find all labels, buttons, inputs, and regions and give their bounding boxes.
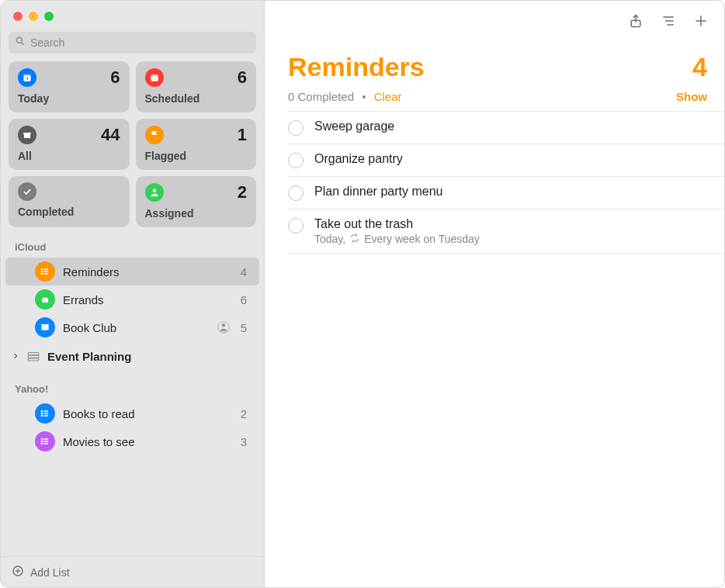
sidebar-list-bookclub[interactable]: Book Club 5 xyxy=(5,313,259,341)
reminder-item[interactable]: Take out the trash Today, Every week on … xyxy=(288,209,724,254)
close-window-button[interactable] xyxy=(13,12,23,21)
svg-point-26 xyxy=(41,415,42,416)
today-icon: 4 xyxy=(18,68,36,87)
list-name: Movies to see xyxy=(63,435,233,448)
smart-label: All xyxy=(18,150,120,162)
list-count: 6 xyxy=(241,293,247,306)
svg-point-0 xyxy=(16,37,22,43)
smart-count: 2 xyxy=(238,182,247,202)
add-list-label: Add List xyxy=(30,566,70,579)
complete-toggle[interactable] xyxy=(288,185,304,201)
shared-icon xyxy=(217,321,230,334)
list-name: Book Club xyxy=(63,321,210,334)
svg-point-30 xyxy=(41,439,42,440)
list-count: 4 xyxy=(241,265,247,278)
add-list-button[interactable]: Add List xyxy=(1,556,264,587)
list-name: Books to read xyxy=(63,407,233,420)
account-header: Yahoo! xyxy=(1,369,264,399)
svg-point-16 xyxy=(221,323,225,327)
list-count-large: 4 xyxy=(692,52,707,82)
sidebar-list-errands[interactable]: Errands 6 xyxy=(5,285,259,313)
search-field[interactable] xyxy=(9,32,256,54)
toolbar xyxy=(265,1,724,41)
smart-list-all[interactable]: 44 All xyxy=(9,119,130,170)
svg-rect-6 xyxy=(151,74,158,76)
main-pane: Reminders 4 0 Completed • Clear Show Swe… xyxy=(265,1,724,587)
sidebar-folder[interactable]: Event Planning xyxy=(5,343,259,369)
sidebar-list-reminders[interactable]: Reminders 4 xyxy=(5,258,259,285)
account-header: iCloud xyxy=(1,227,264,258)
list-icon xyxy=(35,289,55,310)
share-button[interactable] xyxy=(628,13,643,29)
plus-circle-icon xyxy=(12,565,24,579)
completed-status: 0 Completed • Clear xyxy=(288,90,402,103)
svg-point-32 xyxy=(41,443,42,444)
show-completed-button[interactable]: Show xyxy=(676,90,707,103)
smart-count: 44 xyxy=(101,125,120,145)
reminder-title: Take out the trash xyxy=(314,217,480,231)
smart-label: Completed xyxy=(18,206,120,218)
search-input[interactable] xyxy=(30,36,250,49)
list-icon xyxy=(35,403,55,424)
list-count: 3 xyxy=(241,435,247,448)
smart-count: 1 xyxy=(238,125,247,145)
svg-rect-19 xyxy=(28,355,39,358)
smart-list-grid: 4 6 Today 6 Scheduled 44 All 1 Flagged C… xyxy=(1,61,264,227)
folder-icon xyxy=(26,349,41,363)
page-title: Reminders xyxy=(288,52,425,82)
smart-list-scheduled[interactable]: 6 Scheduled xyxy=(136,61,257,112)
new-reminder-button[interactable] xyxy=(693,13,709,29)
svg-point-31 xyxy=(41,441,42,441)
svg-point-15 xyxy=(46,302,47,303)
smart-label: Today xyxy=(18,92,120,105)
assigned-icon xyxy=(145,183,164,202)
svg-line-1 xyxy=(22,43,24,45)
list-icon xyxy=(35,317,55,337)
svg-point-11 xyxy=(41,269,42,270)
svg-point-24 xyxy=(41,411,42,412)
svg-point-12 xyxy=(41,271,42,272)
svg-point-7 xyxy=(152,189,156,192)
smart-list-flagged[interactable]: 1 Flagged xyxy=(136,119,257,170)
scheduled-icon xyxy=(145,68,164,87)
repeat-icon xyxy=(350,233,359,245)
smart-count: 6 xyxy=(110,67,120,88)
smart-label: Assigned xyxy=(145,207,248,220)
chevron-right-icon xyxy=(10,352,21,360)
smart-list-assigned[interactable]: 2 Assigned xyxy=(136,176,257,227)
sidebar: 4 6 Today 6 Scheduled 44 All 1 Flagged C… xyxy=(1,1,265,587)
smart-label: Flagged xyxy=(145,150,248,162)
complete-toggle[interactable] xyxy=(288,218,304,233)
completed-icon xyxy=(18,182,36,201)
list-count: 2 xyxy=(241,407,247,420)
reminders-list: Sweep garage Organize pantry Plan dinner… xyxy=(265,111,724,254)
fullscreen-window-button[interactable] xyxy=(44,12,54,21)
sidebar-list-books[interactable]: Books to read 2 xyxy=(5,399,259,427)
reminder-title: Plan dinner party menu xyxy=(314,185,442,199)
svg-point-25 xyxy=(41,413,42,413)
complete-toggle[interactable] xyxy=(288,153,304,168)
svg-point-13 xyxy=(41,273,42,274)
reminder-item[interactable]: Plan dinner party menu xyxy=(288,176,724,209)
smart-label: Scheduled xyxy=(145,92,248,105)
reminder-subtitle: Today, Every week on Tuesday xyxy=(314,233,480,245)
window-controls xyxy=(1,1,264,29)
smart-list-completed[interactable]: Completed xyxy=(9,176,130,227)
reminder-title: Sweep garage xyxy=(314,119,394,133)
reminder-item[interactable]: Sweep garage xyxy=(288,111,724,144)
list-name: Reminders xyxy=(63,265,233,278)
minimize-window-button[interactable] xyxy=(29,12,38,21)
folder-name: Event Planning xyxy=(47,350,131,363)
flagged-icon xyxy=(145,126,164,144)
list-count: 5 xyxy=(241,321,247,334)
sidebar-list-movies[interactable]: Movies to see 3 xyxy=(5,427,259,455)
reminder-item[interactable]: Organize pantry xyxy=(288,144,724,176)
clear-completed-button[interactable]: Clear xyxy=(374,90,402,103)
list-name: Errands xyxy=(63,293,233,306)
svg-rect-20 xyxy=(28,358,39,361)
svg-text:4: 4 xyxy=(26,76,29,81)
smart-list-today[interactable]: 4 6 Today xyxy=(9,61,130,112)
svg-point-14 xyxy=(43,302,44,303)
view-options-button[interactable] xyxy=(661,13,676,29)
complete-toggle[interactable] xyxy=(288,120,304,136)
